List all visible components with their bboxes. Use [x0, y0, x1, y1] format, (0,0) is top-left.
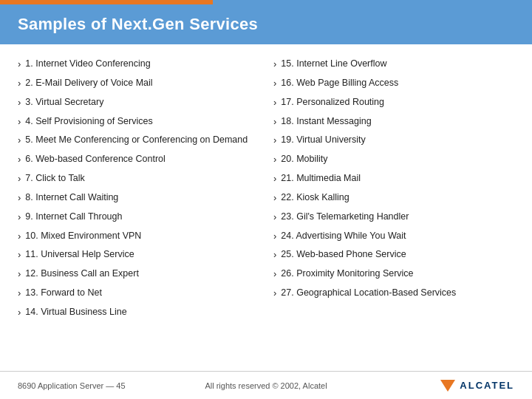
list-item: › 2. E-Mail Delivery of Voice Mail: [18, 74, 259, 93]
footer-logo-area: ALCATEL: [349, 380, 514, 392]
bullet-icon: ›: [18, 230, 21, 244]
item-text: 17. Personalized Routing: [281, 95, 384, 109]
item-text: 2. E-Mail Delivery of Voice Mail: [25, 76, 152, 89]
item-text: 5. Meet Me Conferencing or Conferencing …: [25, 133, 248, 146]
list-item: › 8. Internet Call Waiting: [18, 188, 259, 208]
bullet-icon: ›: [18, 77, 21, 91]
list-item: › 24. Advertising While You Wait: [273, 227, 514, 246]
alcatel-logo-text: ALCATEL: [460, 380, 514, 391]
list-item: › 9. Internet Call Through: [18, 208, 259, 227]
item-text: 10. Mixed Environment VPN: [25, 229, 141, 242]
item-text: 18. Instant Messaging: [281, 115, 371, 128]
list-item: › 27. Geographical Location-Based Servic…: [273, 284, 514, 303]
list-item: › 25. Web-based Phone Service: [273, 245, 514, 265]
list-item: › 10. Mixed Environment VPN: [18, 227, 259, 246]
item-text: 12. Business Call an Expert: [25, 267, 139, 280]
item-text: 6. Web-based Conference Control: [25, 152, 165, 166]
alcatel-triangle-icon: [440, 380, 455, 392]
bullet-icon: ›: [273, 267, 276, 282]
bullet-icon: ›: [18, 287, 21, 301]
item-text: 4. Self Provisioning of Services: [25, 115, 152, 128]
bullet-icon: ›: [18, 191, 21, 205]
list-item: › 22. Kiosk Kalling: [273, 188, 514, 208]
bullet-icon: ›: [18, 211, 21, 225]
list-item: › 26. Proximity Monitoring Service: [273, 265, 514, 284]
bullet-icon: ›: [273, 248, 276, 262]
list-item: › 5. Meet Me Conferencing or Conferencin…: [18, 131, 259, 150]
bullet-icon: ›: [18, 115, 21, 129]
list-item: › 18. Instant Messaging: [273, 112, 514, 132]
bullet-icon: ›: [273, 230, 276, 244]
list-item: › 23. Gil's Telemarketing Handler: [273, 208, 514, 227]
item-text: 26. Proximity Monitoring Service: [281, 267, 413, 280]
item-text: 19. Virtual University: [281, 133, 365, 146]
bullet-icon: ›: [273, 191, 276, 205]
item-text: 14. Virtual Business Line: [25, 305, 126, 318]
item-text: 22. Kiosk Kalling: [281, 191, 349, 204]
bullet-icon: ›: [273, 287, 276, 301]
list-item: › 21. Multimedia Mail: [273, 169, 514, 188]
left-column: › 1. Internet Video Conferencing › 2. E-…: [18, 55, 266, 322]
item-text: 24. Advertising While You Wait: [281, 229, 406, 242]
bullet-icon: ›: [18, 267, 21, 282]
page-title: Samples of Next.Gen Services: [18, 15, 258, 33]
bullet-icon: ›: [18, 172, 21, 186]
bullet-icon: ›: [273, 134, 276, 148]
alcatel-logo: ALCATEL: [440, 380, 514, 392]
item-text: 7. Click to Talk: [25, 171, 84, 185]
footer-page-number: 8690 Application Server — 45: [18, 381, 183, 390]
item-text: 23. Gil's Telemarketing Handler: [281, 210, 409, 223]
bullet-icon: ›: [273, 96, 276, 110]
bullet-icon: ›: [18, 248, 21, 262]
list-item: › 13. Forward to Net: [18, 284, 259, 303]
bullet-icon: ›: [18, 58, 21, 72]
list-item: › 16. Web Page Billing Access: [273, 74, 514, 93]
item-text: 8. Internet Call Waiting: [25, 191, 118, 204]
bullet-icon: ›: [18, 153, 21, 167]
item-text: 13. Forward to Net: [25, 286, 102, 299]
list-item: › 17. Personalized Routing: [273, 93, 514, 112]
item-text: 16. Web Page Billing Access: [281, 76, 398, 89]
item-text: 1. Internet Video Conferencing: [25, 57, 150, 70]
header: Samples of Next.Gen Services: [0, 4, 532, 44]
item-text: 21. Multimedia Mail: [281, 171, 361, 185]
bullet-icon: ›: [18, 134, 21, 148]
bullet-icon: ›: [273, 211, 276, 225]
right-column: › 15. Internet Line Overflow › 16. Web P…: [266, 55, 514, 322]
list-item: › 15. Internet Line Overflow: [273, 55, 514, 74]
main-content: › 1. Internet Video Conferencing › 2. E-…: [0, 44, 532, 330]
bullet-icon: ›: [273, 115, 276, 129]
bullet-icon: ›: [273, 77, 276, 91]
bullet-icon: ›: [18, 306, 21, 320]
item-text: 15. Internet Line Overflow: [281, 57, 386, 70]
list-item: › 20. Mobility: [273, 150, 514, 169]
bullet-icon: ›: [18, 96, 21, 110]
list-item: › 3. Virtual Secretary: [18, 93, 259, 112]
list-item: › 7. Click to Talk: [18, 169, 259, 188]
bullet-icon: ›: [273, 58, 276, 72]
item-text: 25. Web-based Phone Service: [281, 248, 406, 261]
item-text: 27. Geographical Location-Based Services: [281, 286, 456, 299]
list-item: › 11. Universal Help Service: [18, 245, 259, 265]
list-item: › 6. Web-based Conference Control: [18, 150, 259, 169]
list-item: › 14. Virtual Business Line: [18, 303, 259, 322]
list-item: › 4. Self Provisioning of Services: [18, 112, 259, 132]
list-item: › 19. Virtual University: [273, 131, 514, 150]
item-text: 20. Mobility: [281, 152, 327, 166]
list-item: › 1. Internet Video Conferencing: [18, 55, 259, 74]
footer: 8690 Application Server — 45 All rights …: [0, 371, 532, 399]
bullet-icon: ›: [273, 172, 276, 186]
bullet-icon: ›: [273, 153, 276, 167]
item-text: 9. Internet Call Through: [25, 210, 122, 223]
item-text: 11. Universal Help Service: [25, 248, 134, 261]
footer-copyright: All rights reserved © 2002, Alcatel: [183, 381, 349, 390]
list-item: › 12. Business Call an Expert: [18, 265, 259, 284]
item-text: 3. Virtual Secretary: [25, 95, 103, 109]
